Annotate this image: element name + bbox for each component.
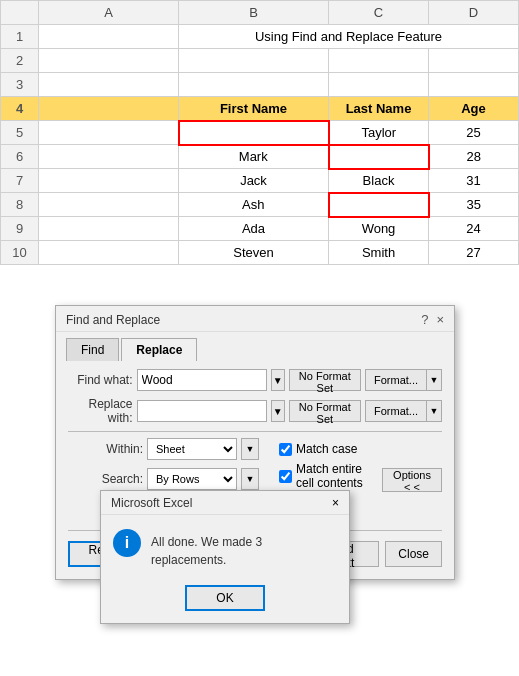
cell-d3[interactable] — [429, 73, 519, 97]
cell-a1[interactable] — [39, 25, 179, 49]
replace-no-format-btn[interactable]: No Format Set — [289, 400, 361, 422]
header-age: Age — [429, 97, 519, 121]
dialog-title: Find and Replace — [66, 313, 160, 327]
replace-format-arrow[interactable]: ▼ — [426, 400, 442, 422]
excel-msgbox: Microsoft Excel × i All done. We made 3 … — [100, 490, 350, 624]
col-header-empty — [1, 1, 39, 25]
find-dropdown-arrow[interactable]: ▼ — [271, 369, 285, 391]
match-case-row: Match case — [279, 442, 370, 456]
cell-c3[interactable] — [329, 73, 429, 97]
row-num-7: 7 — [1, 169, 39, 193]
cell-age-8[interactable]: 35 — [429, 193, 519, 217]
cell-last-5[interactable]: Taylor — [329, 121, 429, 145]
header-first-name: First Name — [179, 97, 329, 121]
match-entire-row: Match entire cell contents — [279, 462, 370, 490]
cell-age-10[interactable]: 27 — [429, 241, 519, 265]
cell-a4[interactable] — [39, 97, 179, 121]
cell-a5[interactable] — [39, 121, 179, 145]
cell-age-5[interactable]: 25 — [429, 121, 519, 145]
cell-a3[interactable] — [39, 73, 179, 97]
info-icon: i — [113, 529, 141, 557]
cell-first-6[interactable]: Mark — [179, 145, 329, 169]
msgbox-titlebar: Microsoft Excel × — [101, 491, 349, 515]
find-what-row: Find what: ▼ No Format Set Format... ▼ — [68, 369, 442, 391]
dialog-controls: ? × — [421, 312, 444, 327]
match-entire-checkbox[interactable] — [279, 470, 292, 483]
replace-with-input[interactable] — [137, 400, 267, 422]
cell-a10[interactable] — [39, 241, 179, 265]
msgbox-footer: OK — [101, 579, 349, 623]
search-row: Search: By Rows ▼ — [68, 468, 259, 490]
msgbox-close-icon[interactable]: × — [332, 496, 339, 510]
match-case-checkbox[interactable] — [279, 443, 292, 456]
replace-with-label: Replace with: — [68, 397, 133, 425]
dialog-titlebar: Find and Replace ? × — [56, 306, 454, 332]
find-format-btn-group: Format... ▼ — [365, 369, 442, 391]
cell-last-6[interactable] — [329, 145, 429, 169]
row-num-1: 1 — [1, 25, 39, 49]
close-dialog-button[interactable]: Close — [385, 541, 442, 567]
cell-last-7[interactable]: Black — [329, 169, 429, 193]
cell-a7[interactable] — [39, 169, 179, 193]
replace-format-btn-group: Format... ▼ — [365, 400, 442, 422]
cell-first-9[interactable]: Ada — [179, 217, 329, 241]
cell-b3[interactable] — [179, 73, 329, 97]
replace-with-row: Replace with: ▼ No Format Set Format... … — [68, 397, 442, 425]
find-no-format-btn[interactable]: No Format Set — [289, 369, 361, 391]
dialog-question[interactable]: ? — [421, 312, 428, 327]
row-num-5: 5 — [1, 121, 39, 145]
replace-format-btn[interactable]: Format... — [365, 400, 426, 422]
cell-b2[interactable] — [179, 49, 329, 73]
match-case-label: Match case — [296, 442, 357, 456]
cell-d2[interactable] — [429, 49, 519, 73]
find-what-input[interactable] — [137, 369, 267, 391]
match-entire-label: Match entire cell contents — [296, 462, 370, 490]
ok-button[interactable]: OK — [185, 585, 265, 611]
col-header-b[interactable]: B — [179, 1, 329, 25]
col-header-a[interactable]: A — [39, 1, 179, 25]
dialog-tabs: Find Replace — [56, 332, 454, 361]
cell-first-10[interactable]: Steven — [179, 241, 329, 265]
cell-a2[interactable] — [39, 49, 179, 73]
cell-age-6[interactable]: 28 — [429, 145, 519, 169]
within-select[interactable]: Sheet — [147, 438, 237, 460]
search-select[interactable]: By Rows — [147, 468, 237, 490]
dialog-close-icon[interactable]: × — [436, 312, 444, 327]
cell-last-8[interactable] — [329, 193, 429, 217]
cell-first-8[interactable]: Ash — [179, 193, 329, 217]
row-num-2: 2 — [1, 49, 39, 73]
cell-age-9[interactable]: 24 — [429, 217, 519, 241]
header-last-name: Last Name — [329, 97, 429, 121]
cell-a9[interactable] — [39, 217, 179, 241]
cell-a6[interactable] — [39, 145, 179, 169]
cell-last-10[interactable]: Smith — [329, 241, 429, 265]
cell-a8[interactable] — [39, 193, 179, 217]
cell-first-5[interactable] — [179, 121, 329, 145]
title-cell: Using Find and Replace Feature — [179, 25, 519, 49]
tab-find[interactable]: Find — [66, 338, 119, 361]
options-button[interactable]: Options < < — [382, 468, 442, 492]
replace-dropdown-arrow[interactable]: ▼ — [271, 400, 285, 422]
within-row: Within: Sheet ▼ — [68, 438, 259, 460]
row-num-9: 9 — [1, 217, 39, 241]
search-label: Search: — [68, 472, 143, 486]
within-dropdown-arrow[interactable]: ▼ — [241, 438, 259, 460]
cell-last-9[interactable]: Wong — [329, 217, 429, 241]
msgbox-body: i All done. We made 3 replacements. — [101, 515, 349, 579]
spreadsheet: A B C D 1 Using Find and Replace Feature… — [0, 0, 519, 310]
row-num-8: 8 — [1, 193, 39, 217]
find-format-btn[interactable]: Format... — [365, 369, 426, 391]
cell-age-7[interactable]: 31 — [429, 169, 519, 193]
col-header-c[interactable]: C — [329, 1, 429, 25]
find-what-label: Find what: — [68, 373, 133, 387]
search-dropdown-arrow[interactable]: ▼ — [241, 468, 259, 490]
row-num-3: 3 — [1, 73, 39, 97]
row-num-6: 6 — [1, 145, 39, 169]
row-num-4: 4 — [1, 97, 39, 121]
cell-first-7[interactable]: Jack — [179, 169, 329, 193]
msgbox-title: Microsoft Excel — [111, 496, 192, 510]
cell-c2[interactable] — [329, 49, 429, 73]
tab-replace[interactable]: Replace — [121, 338, 197, 361]
col-header-d[interactable]: D — [429, 1, 519, 25]
find-format-arrow[interactable]: ▼ — [426, 369, 442, 391]
